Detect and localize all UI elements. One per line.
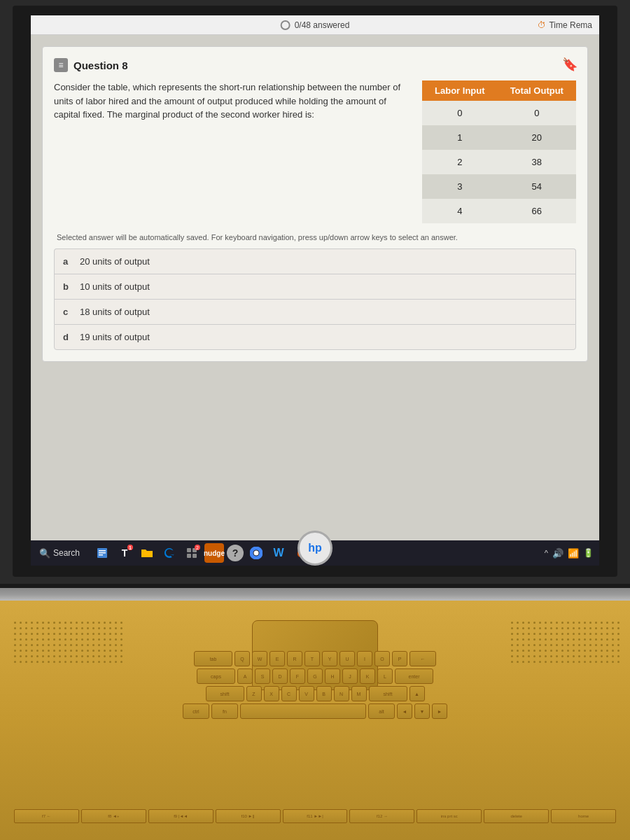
key-shift-l[interactable]: shift [206, 686, 244, 701]
taskbar-search[interactable]: 🔍 Search [34, 546, 90, 561]
speaker-dot [545, 627, 547, 629]
key-left[interactable]: ◄ [397, 704, 412, 719]
table-cell-labor-3: 3 [422, 174, 498, 199]
speaker-dot [14, 638, 16, 640]
key-i[interactable]: I [357, 651, 372, 666]
key-n[interactable]: N [334, 686, 349, 701]
key-ctrl-l[interactable]: ctrl [183, 704, 209, 719]
answer-option-a[interactable]: a20 units of output [54, 248, 576, 274]
answer-option-c[interactable]: c18 units of output [54, 299, 576, 324]
key-e[interactable]: E [270, 651, 285, 666]
speaker-dot [76, 644, 78, 646]
speaker-dot [53, 633, 55, 635]
key-c[interactable]: C [281, 686, 297, 701]
speaker-dot [120, 644, 122, 646]
speaker-dot [522, 627, 524, 629]
table-row-3: 354 [422, 174, 576, 199]
speaker-dot [98, 627, 100, 629]
taskbar-icon-t[interactable]: T 1 [115, 543, 134, 563]
bookmark-icon[interactable]: 🔖 [562, 57, 578, 72]
taskbar-icon-files[interactable] [92, 543, 112, 563]
key-r[interactable]: R [287, 651, 302, 666]
speaker-dot [545, 644, 547, 646]
speaker-dot [533, 638, 536, 640]
key-t[interactable]: T [304, 651, 320, 666]
speaker-dot [53, 638, 55, 640]
taskbar-icon-grid[interactable]: 2 [182, 543, 202, 563]
speaker-dot [589, 627, 592, 629]
speaker-dot [64, 627, 66, 629]
key-right[interactable]: ► [432, 704, 447, 719]
wifi-icon: 📶 [568, 548, 579, 559]
fn-key-1[interactable]: f8 ◄+ [81, 809, 146, 823]
speaker-dot [511, 622, 513, 624]
key-o[interactable]: O [374, 651, 390, 666]
answer-option-d[interactable]: d19 units of output [54, 324, 576, 350]
key-m[interactable]: M [351, 686, 367, 701]
speaker-dot [539, 638, 541, 640]
speaker-dot [53, 622, 55, 624]
taskbar-icon-help[interactable]: ? [227, 545, 244, 561]
key-h[interactable]: H [325, 668, 340, 684]
fn-key-3[interactable]: f10 ►|| [216, 809, 281, 823]
fn-key-5[interactable]: f12 → [349, 809, 414, 823]
key-s[interactable]: S [255, 668, 270, 684]
key-fn[interactable]: fn [211, 704, 238, 719]
key-b[interactable]: B [316, 686, 332, 701]
key-backspace[interactable]: ← [410, 651, 436, 666]
speaker-dot [48, 633, 50, 635]
speaker-dot [533, 622, 536, 624]
taskbar-icon-folder[interactable] [137, 543, 157, 563]
speaker-dot [578, 627, 580, 629]
speaker-dot [517, 622, 519, 624]
fn-key-6[interactable]: ins prt sc [416, 809, 482, 823]
key-j[interactable]: J [342, 668, 358, 684]
key-a[interactable]: A [237, 668, 253, 684]
key-enter[interactable]: enter [395, 668, 433, 684]
key-w[interactable]: W [252, 651, 267, 666]
speaker-dot [31, 622, 33, 624]
fn-key-4[interactable]: f11 ►►| [283, 809, 348, 823]
fn-key-8[interactable]: home [551, 809, 616, 823]
key-down[interactable]: ▼ [414, 704, 430, 719]
taskbar-icon-edge[interactable] [160, 543, 179, 563]
key-p[interactable]: P [392, 651, 407, 666]
key-z[interactable]: Z [246, 686, 262, 701]
laptop-base: tab Q W E R T Y U I O P ← caps A S D F G [0, 601, 630, 840]
taskbar-icon-chrome[interactable] [246, 543, 266, 563]
key-f[interactable]: F [290, 668, 305, 684]
speaker-dot [528, 638, 530, 640]
speaker-dot [511, 633, 513, 635]
fn-key-0[interactable]: f7 ← [14, 809, 79, 823]
key-k[interactable]: K [360, 668, 375, 684]
speaker-dot [567, 622, 569, 624]
taskbar-icon-w[interactable]: W [269, 543, 288, 563]
key-space[interactable] [240, 704, 366, 719]
speaker-dot [115, 633, 117, 635]
key-u[interactable]: U [340, 651, 355, 666]
key-shift-r[interactable]: shift [369, 686, 407, 701]
option-letter-c: c [63, 307, 73, 317]
speaker-dot [92, 627, 94, 629]
speaker-dot [511, 644, 513, 646]
key-g[interactable]: G [307, 668, 323, 684]
svg-rect-4 [187, 548, 191, 552]
key-up[interactable]: ▲ [410, 686, 425, 701]
key-l[interactable]: L [377, 668, 393, 684]
key-d[interactable]: D [272, 668, 288, 684]
key-caps[interactable]: caps [197, 668, 235, 684]
key-alt-r[interactable]: alt [368, 704, 395, 719]
speaker-dot [617, 661, 620, 663]
key-tab[interactable]: tab [194, 651, 232, 666]
answer-options: a20 units of outputb10 units of outputc1… [54, 248, 576, 350]
fn-key-2[interactable]: f9 |◄◄ [148, 809, 214, 823]
key-q[interactable]: Q [234, 651, 250, 666]
hp-logo[interactable]: hp [298, 531, 332, 566]
key-v[interactable]: V [299, 686, 314, 701]
fn-key-7[interactable]: delete [484, 809, 549, 823]
speaker-dot [70, 644, 72, 646]
key-y[interactable]: Y [322, 651, 337, 666]
key-x[interactable]: X [264, 686, 279, 701]
answer-option-b[interactable]: b10 units of output [54, 274, 576, 299]
taskbar-icon-nudge[interactable]: nudge [204, 543, 224, 563]
